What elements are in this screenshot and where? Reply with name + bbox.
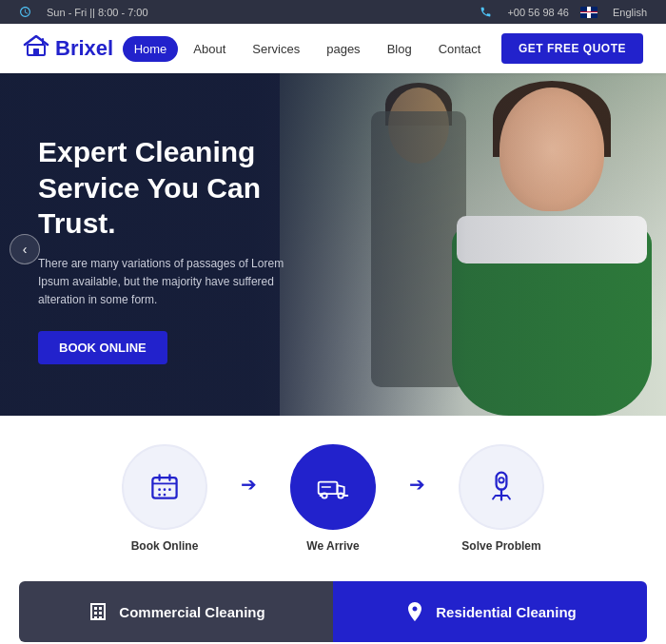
topbar-language: English	[613, 7, 647, 18]
svg-point-12	[499, 478, 503, 482]
hero-section: ‹ Expert Cleaning Service You Can Trust.…	[0, 73, 666, 425]
hero-title: Expert Cleaning Service You Can Trust.	[38, 134, 304, 242]
step-label-book: Book Online	[131, 539, 199, 553]
get-quote-button[interactable]: GET FREE QUOTE	[501, 33, 643, 64]
step-label-arrive: We Arrive	[306, 539, 359, 553]
header: Brixel Home About Services pages Blog Co…	[0, 24, 666, 73]
svg-point-6	[158, 494, 161, 497]
truck-icon	[316, 470, 350, 504]
commercial-cleaning-label: Commercial Cleaning	[119, 604, 264, 620]
nav-pages[interactable]: pages	[315, 36, 371, 62]
logo-icon	[23, 35, 49, 62]
clock-icon	[19, 6, 31, 18]
book-online-button[interactable]: BOOK ONLINE	[38, 331, 167, 364]
main-nav: Home About Services pages Blog Contact	[123, 36, 493, 62]
topbar-phone: +00 56 98 46	[507, 7, 569, 18]
step-circle-arrive	[290, 444, 376, 530]
nav-about[interactable]: About	[182, 36, 237, 62]
services-row: Commercial Cleaning Residential Cleaning	[19, 581, 647, 642]
svg-rect-11	[497, 473, 507, 490]
step-book-online: Book Online	[88, 444, 241, 553]
hero-content: Expert Cleaning Service You Can Trust. T…	[0, 134, 343, 363]
step-circle-solve	[459, 444, 544, 530]
svg-point-5	[168, 488, 171, 491]
svg-point-10	[338, 493, 343, 498]
topbar-left: Sun - Fri || 8:00 - 7:00	[19, 6, 148, 18]
hand-tools-icon	[484, 470, 519, 504]
residential-cleaning-button[interactable]: Residential Cleaning	[333, 581, 647, 642]
step-label-solve: Solve Problem	[461, 539, 540, 553]
topbar: Sun - Fri || 8:00 - 7:00 +00 56 98 46 En…	[0, 0, 666, 24]
svg-point-7	[164, 494, 166, 497]
building-icon	[87, 600, 109, 623]
nav-home[interactable]: Home	[123, 36, 179, 62]
svg-rect-8	[319, 482, 338, 495]
phone-icon	[480, 6, 492, 18]
residential-cleaning-label: Residential Cleaning	[436, 604, 577, 620]
topbar-right: +00 56 98 46 English	[480, 6, 647, 18]
step-solve-problem: Solve Problem	[425, 444, 578, 553]
house-icon	[23, 35, 49, 56]
nav-contact[interactable]: Contact	[427, 36, 493, 62]
logo-text: Brixel	[55, 36, 113, 61]
topbar-hours: Sun - Fri || 8:00 - 7:00	[47, 7, 148, 18]
commercial-cleaning-button[interactable]: Commercial Cleaning	[19, 581, 333, 642]
nav-blog[interactable]: Blog	[376, 36, 423, 62]
step-arrow-2: ➔	[409, 473, 425, 496]
steps-section: Book Online ➔ We Arrive ➔	[0, 416, 666, 572]
step-arrow-1: ➔	[241, 473, 257, 496]
hero-description: There are many variations of passages of…	[38, 255, 304, 310]
svg-rect-1	[33, 49, 39, 55]
nav-services[interactable]: Services	[241, 36, 311, 62]
flag-uk-icon	[580, 7, 597, 18]
home-location-icon	[403, 600, 426, 623]
calendar-icon	[147, 470, 182, 504]
svg-point-3	[158, 488, 161, 491]
step-we-arrive: We Arrive	[257, 444, 409, 553]
step-circle-book	[122, 444, 207, 530]
svg-point-4	[164, 488, 166, 491]
logo[interactable]: Brixel	[23, 35, 113, 62]
